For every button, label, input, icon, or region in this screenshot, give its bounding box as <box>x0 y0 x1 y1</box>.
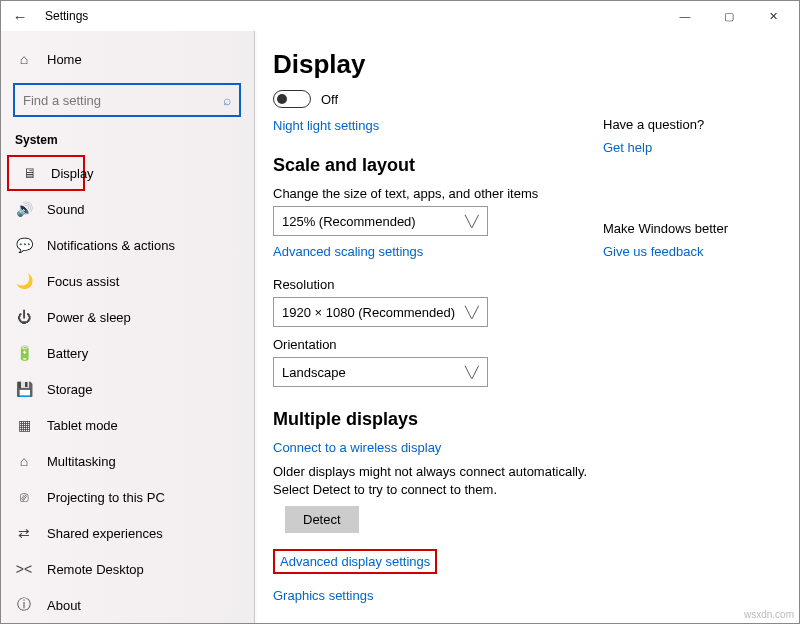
orientation-dropdown[interactable]: Landscape ╲╱ <box>273 357 488 387</box>
sidebar-item-projecting[interactable]: ⎚ Projecting to this PC <box>1 479 255 515</box>
chevron-down-icon: ╲╱ <box>465 306 479 319</box>
sidebar-item-label: Notifications & actions <box>47 238 175 253</box>
sidebar-item-label: Sound <box>47 202 85 217</box>
resolution-value: 1920 × 1080 (Recommended) <box>282 305 455 320</box>
sidebar: ⌂ Home Find a setting ⌕ System 🖥 Display… <box>1 31 255 623</box>
sidebar-item-label: Multitasking <box>47 454 116 469</box>
chevron-down-icon: ╲╱ <box>465 366 479 379</box>
page-title: Display <box>273 49 603 80</box>
sidebar-item-label: Power & sleep <box>47 310 131 325</box>
home-icon: ⌂ <box>15 51 33 67</box>
sidebar-item-sound[interactable]: 🔊 Sound <box>1 191 255 227</box>
shared-icon: ⇄ <box>15 525 33 541</box>
orientation-label: Orientation <box>273 337 603 352</box>
display-icon: 🖥 <box>23 165 37 181</box>
sidebar-item-multitasking[interactable]: ⌂ Multitasking <box>1 443 255 479</box>
sidebar-item-label: Focus assist <box>47 274 119 289</box>
storage-icon: 💾 <box>15 381 33 397</box>
question-heading: Have a question? <box>603 117 783 132</box>
focus-icon: 🌙 <box>15 273 33 289</box>
sidebar-item-label: Battery <box>47 346 88 361</box>
get-help-link[interactable]: Get help <box>603 140 652 155</box>
sidebar-home[interactable]: ⌂ Home <box>1 41 255 77</box>
window-title: Settings <box>45 9 88 23</box>
sidebar-item-label: Display <box>51 166 94 181</box>
scale-heading: Scale and layout <box>273 155 603 176</box>
advanced-display-highlight: Advanced display settings <box>273 549 437 574</box>
section-label: System <box>1 127 255 155</box>
sidebar-item-power[interactable]: ⏻ Power & sleep <box>1 299 255 335</box>
scale-value: 125% (Recommended) <box>282 214 416 229</box>
about-icon: ⓘ <box>15 596 33 614</box>
watermark: wsxdn.com <box>744 609 794 620</box>
sidebar-item-storage[interactable]: 💾 Storage <box>1 371 255 407</box>
scale-dropdown[interactable]: 125% (Recommended) ╲╱ <box>273 206 488 236</box>
resolution-dropdown[interactable]: 1920 × 1080 (Recommended) ╲╱ <box>273 297 488 327</box>
title-bar: ← Settings — ▢ ✕ <box>1 1 799 31</box>
night-light-settings-link[interactable]: Night light settings <box>273 118 379 133</box>
night-light-toggle[interactable] <box>273 90 311 108</box>
advanced-scaling-link[interactable]: Advanced scaling settings <box>273 244 423 259</box>
sound-icon: 🔊 <box>15 201 33 217</box>
wireless-display-link[interactable]: Connect to a wireless display <box>273 440 441 455</box>
chevron-down-icon: ╲╱ <box>465 215 479 228</box>
remote-icon: >< <box>15 561 33 577</box>
close-button[interactable]: ✕ <box>751 1 795 31</box>
scale-label: Change the size of text, apps, and other… <box>273 186 603 201</box>
detect-description: Older displays might not always connect … <box>273 463 593 498</box>
maximize-button[interactable]: ▢ <box>707 1 751 31</box>
search-input[interactable]: Find a setting ⌕ <box>13 83 241 117</box>
sidebar-item-label: Remote Desktop <box>47 562 144 577</box>
feedback-link[interactable]: Give us feedback <box>603 244 703 259</box>
multi-displays-heading: Multiple displays <box>273 409 603 430</box>
help-panel: Have a question? Get help Make Windows b… <box>603 49 783 623</box>
sidebar-item-about[interactable]: ⓘ About <box>1 587 255 623</box>
sidebar-item-shared[interactable]: ⇄ Shared experiences <box>1 515 255 551</box>
notifications-icon: 💬 <box>15 237 33 253</box>
projecting-icon: ⎚ <box>15 489 33 505</box>
power-icon: ⏻ <box>15 309 33 325</box>
search-icon: ⌕ <box>223 92 231 108</box>
battery-icon: 🔋 <box>15 345 33 361</box>
sidebar-item-remote[interactable]: >< Remote Desktop <box>1 551 255 587</box>
sidebar-item-focus[interactable]: 🌙 Focus assist <box>1 263 255 299</box>
sidebar-item-label: Shared experiences <box>47 526 163 541</box>
sidebar-item-notifications[interactable]: 💬 Notifications & actions <box>1 227 255 263</box>
graphics-settings-link[interactable]: Graphics settings <box>273 588 373 603</box>
toggle-state-label: Off <box>321 92 338 107</box>
orientation-value: Landscape <box>282 365 346 380</box>
main-content: Display Off Night light settings Scale a… <box>273 49 603 623</box>
advanced-display-link[interactable]: Advanced display settings <box>280 554 430 569</box>
search-placeholder: Find a setting <box>23 93 101 108</box>
sidebar-item-tablet[interactable]: ▦ Tablet mode <box>1 407 255 443</box>
sidebar-item-label: About <box>47 598 81 613</box>
detect-button[interactable]: Detect <box>285 506 359 533</box>
sidebar-item-display[interactable]: 🖥 Display <box>7 155 85 191</box>
sidebar-item-battery[interactable]: 🔋 Battery <box>1 335 255 371</box>
multitasking-icon: ⌂ <box>15 453 33 469</box>
sidebar-item-label: Projecting to this PC <box>47 490 165 505</box>
tablet-icon: ▦ <box>15 417 33 433</box>
back-button[interactable]: ← <box>5 8 35 25</box>
sidebar-home-label: Home <box>47 52 82 67</box>
resolution-label: Resolution <box>273 277 603 292</box>
minimize-button[interactable]: — <box>663 1 707 31</box>
sidebar-item-label: Tablet mode <box>47 418 118 433</box>
feedback-heading: Make Windows better <box>603 221 783 236</box>
sidebar-item-label: Storage <box>47 382 93 397</box>
